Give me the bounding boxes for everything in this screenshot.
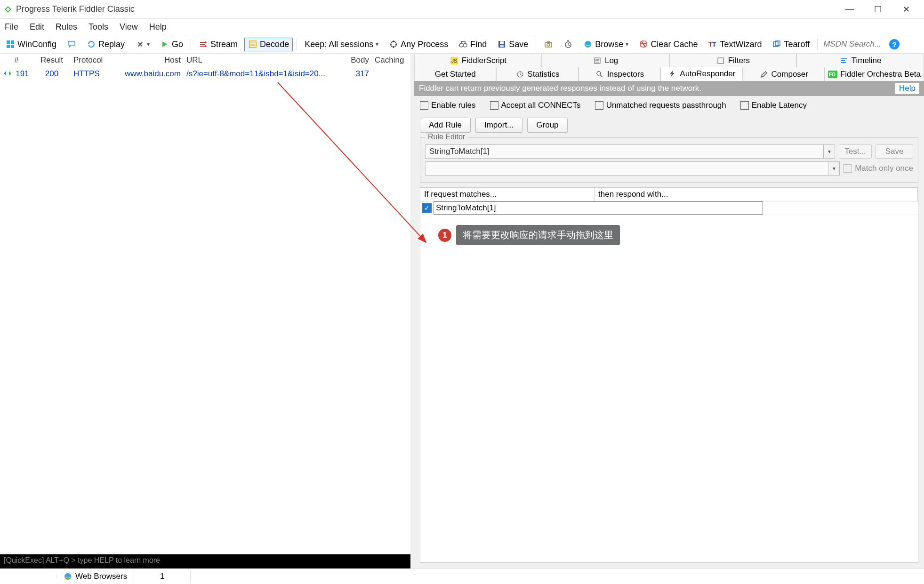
menu-rules[interactable]: Rules — [56, 22, 77, 32]
checkbox-icon — [595, 101, 603, 110]
x-icon: ✕ — [135, 40, 145, 49]
js-icon: JS — [450, 56, 459, 65]
status-web-browsers[interactable]: Web Browsers — [56, 570, 134, 583]
menu-tools[interactable]: Tools — [88, 22, 108, 32]
quickexec-bar[interactable]: [QuickExec] ALT+Q > type HELP to learn m… — [0, 554, 410, 568]
session-id: 191 — [16, 69, 29, 78]
match-dropdown[interactable]: ▾ — [824, 144, 835, 159]
rule-match-text[interactable]: StringToMatch[1] — [434, 201, 763, 215]
browse-button[interactable]: Browse ▾ — [579, 38, 632, 51]
stream-button[interactable]: Stream — [195, 38, 241, 51]
remove-button[interactable]: ✕ ▾ — [131, 38, 153, 51]
keep-caret: ▾ — [376, 41, 378, 48]
close-button[interactable]: ✕ — [892, 0, 920, 19]
svg-rect-2 — [7, 40, 10, 44]
tab-composer[interactable]: Composer — [743, 67, 825, 81]
match-input[interactable] — [425, 144, 824, 159]
keep-label: Keep: All sessions — [305, 40, 373, 49]
rules-col-respond[interactable]: then respond with... — [595, 188, 918, 201]
tab-inspectors[interactable]: Inspectors — [579, 67, 660, 81]
col-header-body[interactable]: Body — [334, 54, 372, 67]
tab-statistics[interactable]: Statistics — [496, 67, 578, 81]
session-type-icon — [4, 71, 11, 76]
tab-timeline[interactable]: Timeline — [796, 54, 924, 67]
menu-file[interactable]: File — [5, 22, 18, 32]
tearoff-button[interactable]: Tearoff — [768, 38, 813, 51]
respond-input[interactable] — [425, 161, 828, 176]
menu-view[interactable]: View — [120, 22, 138, 32]
tab-timeline-label: Timeline — [852, 56, 882, 65]
status-count: 1 — [134, 570, 191, 583]
sessions-body[interactable]: 191 200 HTTPS www.baidu.com /s?ie=utf-8&… — [0, 67, 410, 568]
col-header-result[interactable]: Result — [33, 54, 71, 67]
target-icon — [389, 40, 398, 49]
rule-enabled-checkbox[interactable]: ✓ — [422, 203, 432, 213]
tabs-row-2: Get Started Statistics Inspectors AutoRe… — [414, 67, 924, 81]
col-header-protocol[interactable]: Protocol — [71, 54, 113, 67]
clear-cache-button[interactable]: Clear Cache — [635, 38, 701, 51]
autoresponder-buttons: Add Rule Import... Group — [414, 115, 924, 137]
col-header-id[interactable]: # — [0, 54, 33, 67]
col-header-caching[interactable]: Caching — [372, 54, 410, 67]
winconfig-button[interactable]: WinConfig — [2, 38, 60, 51]
test-button[interactable]: Test... — [839, 144, 872, 159]
rules-table-body[interactable]: ✓ StringToMatch[1] 1 将需要更改响应的请求手动拖到这里 — [420, 201, 918, 562]
decode-icon — [248, 40, 257, 49]
rule-row[interactable]: ✓ StringToMatch[1] — [420, 201, 918, 215]
unmatched-passthrough-checkbox[interactable]: Unmatched requests passthrough — [595, 101, 726, 110]
fo-icon: FO — [828, 70, 837, 79]
tab-log[interactable]: Log — [542, 54, 669, 67]
respond-dropdown[interactable]: ▾ — [828, 161, 840, 176]
keep-sessions-button[interactable]: Keep: All sessions ▾ — [301, 38, 382, 51]
help-link[interactable]: Help — [895, 83, 919, 94]
comment-button[interactable] — [63, 38, 80, 51]
maximize-button[interactable]: ☐ — [864, 0, 892, 19]
play-icon — [160, 40, 169, 49]
col-header-url[interactable]: URL — [184, 54, 334, 67]
session-protocol: HTTPS — [71, 67, 113, 80]
find-button[interactable]: Find — [455, 38, 490, 51]
stream-label: Stream — [210, 40, 238, 49]
toolbar: WinConfig Replay ✕ ▾ Go Stream Decode Ke… — [0, 35, 924, 54]
session-host: www.baidu.com — [113, 67, 184, 80]
svg-marker-7 — [162, 41, 167, 47]
accept-connects-checkbox[interactable]: Accept all CONNECTs — [490, 101, 581, 110]
replay-button[interactable]: Replay — [83, 38, 129, 51]
binoculars-icon — [458, 40, 468, 49]
enable-latency-checkbox[interactable]: Enable Latency — [740, 101, 807, 110]
tab-inspectors-label: Inspectors — [607, 70, 644, 79]
add-rule-button[interactable]: Add Rule — [420, 118, 471, 133]
replay-icon — [87, 40, 96, 49]
save-button[interactable]: Save — [493, 38, 532, 51]
checkbox-icon — [844, 164, 852, 173]
msdn-search-input[interactable] — [821, 38, 883, 50]
col-header-host[interactable]: Host — [113, 54, 184, 67]
any-process-button[interactable]: Any Process — [385, 38, 452, 51]
titlebar: Progress Telerik Fiddler Classic ― ☐ ✕ — [0, 0, 924, 19]
rules-col-match[interactable]: If request matches... — [420, 188, 595, 201]
enable-rules-checkbox[interactable]: Enable rules — [420, 101, 476, 110]
tab-fiddler-orchestra[interactable]: FO Fiddler Orchestra Beta — [825, 67, 924, 81]
tab-filters[interactable]: Filters — [669, 54, 797, 67]
menu-help[interactable]: Help — [149, 22, 167, 32]
tab-getstarted[interactable]: Get Started — [414, 67, 496, 81]
online-help-button[interactable]: ? — [885, 37, 903, 51]
minimize-button[interactable]: ― — [836, 0, 864, 19]
checkbox-icon — [420, 101, 428, 110]
screenshot-button[interactable] — [540, 38, 557, 51]
match-only-once-checkbox[interactable]: Match only once — [844, 164, 913, 173]
menu-edit[interactable]: Edit — [30, 22, 44, 32]
decode-button[interactable]: Decode — [244, 38, 293, 51]
textwizard-button[interactable]: TT TextWizard — [704, 38, 765, 51]
import-button[interactable]: Import... — [475, 118, 522, 133]
tab-autoresponder[interactable]: AutoResponder — [660, 67, 742, 81]
go-button[interactable]: Go — [156, 38, 187, 51]
tab-fiddlerscript[interactable]: JS FiddlerScript — [414, 54, 542, 67]
group-button[interactable]: Group — [527, 118, 567, 133]
timer-button[interactable] — [560, 38, 577, 51]
toolbar-separator — [297, 39, 297, 50]
rule-save-button[interactable]: Save — [876, 144, 913, 159]
main-content: # Result Protocol Host URL Body Caching … — [0, 54, 924, 568]
session-row[interactable]: 191 200 HTTPS www.baidu.com /s?ie=utf-8&… — [0, 67, 410, 80]
rules-table: If request matches... then respond with.… — [420, 187, 918, 563]
